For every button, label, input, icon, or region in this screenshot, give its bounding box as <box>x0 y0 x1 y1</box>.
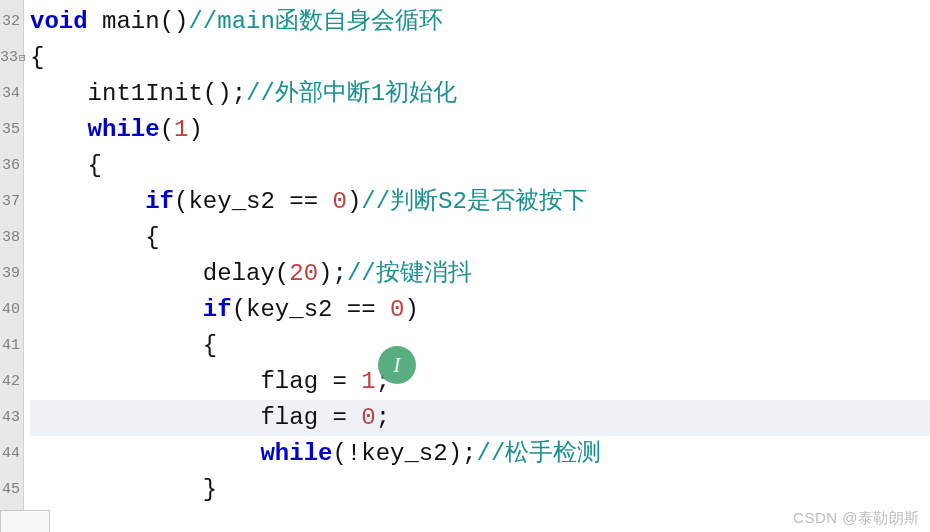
code-line: if(key_s2 == 0)//判断S2是否被按下 <box>30 184 930 220</box>
code-token: ; <box>376 368 390 395</box>
code-area[interactable]: void main()//main函数自身会循环{ int1Init();//外… <box>24 0 930 532</box>
code-token: == <box>289 188 318 215</box>
line-number: 36 <box>0 148 23 184</box>
code-line: { <box>30 40 930 76</box>
code-token: ) <box>404 296 418 323</box>
line-number-gutter: 3233343536373839404142434445 <box>0 0 24 532</box>
code-token: { <box>88 152 102 179</box>
code-token: void <box>30 8 88 35</box>
comment-text: //松手检测 <box>476 440 601 467</box>
code-token: 0 <box>361 404 375 431</box>
code-token: ); <box>318 260 347 287</box>
line-number: 38 <box>0 220 23 256</box>
code-token: == <box>347 296 376 323</box>
code-editor: 3233343536373839404142434445 void main()… <box>0 0 930 532</box>
code-line: { <box>30 148 930 184</box>
code-token <box>376 296 390 323</box>
line-number: 32 <box>0 4 23 40</box>
code-token: ( <box>275 260 289 287</box>
code-token: 0 <box>390 296 404 323</box>
bottom-tab[interactable] <box>0 510 50 532</box>
code-token: flag <box>260 368 332 395</box>
code-token: (key_s2 <box>174 188 289 215</box>
watermark-text: CSDN @泰勒朗斯 <box>793 509 920 528</box>
code-token: ) <box>188 116 202 143</box>
code-token: (!key_s2); <box>332 440 476 467</box>
code-line: void main()//main函数自身会循环 <box>30 4 930 40</box>
code-line: int1Init();//外部中断1初始化 <box>30 76 930 112</box>
code-token: if <box>203 296 232 323</box>
code-line: while(!key_s2);//松手检测 <box>30 436 930 472</box>
code-line: { <box>30 328 930 364</box>
code-token: 0 <box>332 188 346 215</box>
line-number: 37 <box>0 184 23 220</box>
line-number: 39 <box>0 256 23 292</box>
code-line: while(1) <box>30 112 930 148</box>
code-token: 1 <box>361 368 375 395</box>
code-token <box>88 8 102 35</box>
line-number: 41 <box>0 328 23 364</box>
code-line: delay(20);//按键消抖 <box>30 256 930 292</box>
line-number: 44 <box>0 436 23 472</box>
code-token: while <box>260 440 332 467</box>
code-token: 20 <box>289 260 318 287</box>
code-token: (); <box>203 80 246 107</box>
code-token: delay <box>203 260 275 287</box>
code-token: = <box>332 404 346 431</box>
code-line: if(key_s2 == 0) <box>30 292 930 328</box>
code-token: if <box>145 188 174 215</box>
code-line: flag = 0; <box>30 400 930 436</box>
line-number: 34 <box>0 76 23 112</box>
code-token: flag <box>260 404 332 431</box>
code-line: flag = 1; <box>30 364 930 400</box>
code-token <box>318 188 332 215</box>
comment-text: //外部中断1初始化 <box>246 80 457 107</box>
line-number: 43 <box>0 400 23 436</box>
line-number: 42 <box>0 364 23 400</box>
code-token: = <box>332 368 346 395</box>
code-token: { <box>203 332 217 359</box>
line-number: 33 <box>0 40 23 76</box>
code-token <box>347 404 361 431</box>
code-token: { <box>30 44 44 71</box>
code-token: 1 <box>174 116 188 143</box>
comment-text: //按键消抖 <box>347 260 472 287</box>
code-token: ; <box>376 404 390 431</box>
code-token: ( <box>160 116 174 143</box>
code-token: (key_s2 <box>232 296 347 323</box>
comment-text: //main函数自身会循环 <box>188 8 442 35</box>
code-line: } <box>30 472 930 508</box>
comment-text: //判断S2是否被按下 <box>361 188 587 215</box>
code-token: () <box>160 8 189 35</box>
code-token: int1Init <box>88 80 203 107</box>
code-token: { <box>145 224 159 251</box>
code-token: main <box>102 8 160 35</box>
line-number: 40 <box>0 292 23 328</box>
code-token <box>347 368 361 395</box>
code-line: { <box>30 220 930 256</box>
code-token: } <box>203 476 217 503</box>
line-number: 35 <box>0 112 23 148</box>
line-number: 45 <box>0 472 23 508</box>
code-token: while <box>88 116 160 143</box>
code-token: ) <box>347 188 361 215</box>
